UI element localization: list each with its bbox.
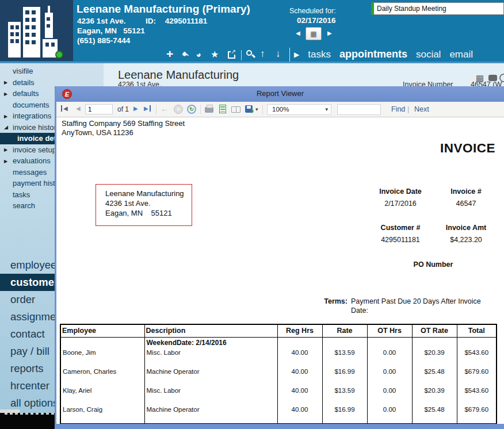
nav-appointments[interactable]: appointments [339, 48, 407, 60]
invoice-table-body: WeekendDate: 2/14/2016Boone, JimMisc. La… [60, 337, 497, 424]
header-description: Description [144, 324, 277, 337]
next-date-icon[interactable]: ▶ [327, 30, 332, 36]
move-down-icon[interactable]: ↓ [276, 48, 281, 60]
move-up-icon[interactable]: ↑ [260, 48, 265, 60]
sidebar-item-label: defaults [13, 89, 39, 98]
invoice-date-label: Invoice Date [367, 187, 434, 196]
cell-total: $679.60 [457, 367, 497, 386]
terms-line2: Date: [351, 307, 368, 315]
table-header-row: Employee Description Reg Hrs Rate OT Hrs… [60, 324, 497, 337]
sidebar-section-label: pay / bill [10, 345, 49, 358]
pointer-icon[interactable]: ☛ [180, 49, 191, 60]
report-viewer-titlebar[interactable]: E Report Viewer [56, 86, 504, 102]
header-ot-hrs: OT Hrs [367, 324, 412, 337]
customer-number-label: Customer # [367, 224, 434, 232]
popout-arrow-icon: ↗ [231, 48, 236, 55]
nav-tasks[interactable]: tasks [308, 49, 331, 60]
collapsed-arrow-icon[interactable]: ▶ [4, 91, 11, 96]
group-cell-empty [60, 337, 144, 348]
invoice-row: Boone, JimMisc. Labor40.00$13.590.00$20.… [60, 348, 497, 367]
favorite-star-icon[interactable]: ★ [211, 49, 219, 60]
po-number-label: PO Number [367, 261, 499, 269]
bill-to-line1: Leenane Manufacturing [105, 189, 192, 198]
cell-description: Machine Operator [144, 405, 277, 424]
collapsed-arrow-icon[interactable]: ▶ [4, 158, 11, 163]
popout-icon[interactable]: ↗ [228, 51, 235, 59]
stop-icon[interactable]: × [174, 105, 183, 114]
prev-date-icon[interactable]: ◀ [296, 30, 300, 36]
search-icon[interactable] [246, 50, 252, 56]
toolbar-divider [262, 105, 263, 114]
invoice-document: Staffing Company 569 Staffing Street Any… [56, 118, 504, 429]
invoice-number-value: 46547 [433, 200, 499, 208]
id-value: 4295011181 [165, 17, 208, 25]
terms-label: Terms: [320, 297, 348, 305]
sidebar-section-label: customer [10, 276, 58, 289]
print-layout-icon[interactable] [219, 105, 226, 113]
calendar-button[interactable]: ▦ [306, 27, 322, 40]
last-page-icon[interactable]: ▶ [144, 105, 151, 112]
sidebar-item-label: details [13, 78, 35, 87]
find-text-input[interactable] [337, 104, 381, 115]
scheduled-date: 02/17/2016 [297, 16, 336, 25]
customer-number-value: 4295011181 [367, 236, 434, 244]
add-icon[interactable]: + [166, 47, 173, 61]
invoice-amount-label: Invoice Amt [433, 224, 499, 232]
cell-employee: Klay, Ariel [60, 386, 144, 405]
company-title: Leenane Manufacturing (Primary) [77, 3, 250, 16]
application-window: Leenane Manufacturing (Primary) 4236 1st… [0, 0, 504, 429]
sidebar-item-label: integrations [13, 112, 51, 120]
zoom-value: 100% [272, 106, 289, 113]
cell-employee: Larson, Craig [60, 405, 144, 424]
find-next-separator: | [407, 105, 409, 113]
nav-email[interactable]: email [449, 49, 473, 60]
page-setup-icon[interactable] [231, 106, 240, 113]
back-icon[interactable]: ← [161, 104, 169, 113]
previous-page-icon[interactable]: ◀ [76, 105, 81, 112]
appointment-input[interactable]: Daily Standup Meeting [371, 2, 504, 15]
cell-ot-rate: $20.39 [412, 386, 457, 405]
cell-reg-hrs: 40.00 [277, 386, 322, 405]
sidebar-item-visifile[interactable]: visifile [0, 66, 104, 77]
play-icon[interactable]: ▶ [294, 51, 299, 59]
collapsed-arrow-icon[interactable]: ▶ [4, 113, 11, 118]
invoice-title: INVOICE [440, 141, 495, 156]
export-dropdown-icon[interactable]: ▾ [255, 106, 258, 112]
next-page-icon[interactable]: ▶ [133, 105, 138, 112]
find-next-button[interactable]: Next [414, 105, 429, 113]
cell-total: $543.60 [457, 386, 497, 405]
cell-rate: $13.59 [322, 386, 367, 405]
report-viewer-toolbar: ◀ ◀ 1 of 1 ▶ ▶ ← × ↻ ▼ ▾ 100% ▾ Find | [56, 102, 504, 117]
cell-reg-hrs: 40.00 [277, 367, 322, 386]
nav-divider [289, 48, 290, 62]
collapsed-arrow-icon[interactable]: ▶ [4, 147, 11, 152]
cell-reg-hrs: 40.00 [277, 405, 322, 424]
zoom-select[interactable]: 100% ▾ [267, 104, 331, 115]
sidebar-item-label: messages [13, 168, 47, 177]
id-label: ID: [146, 17, 156, 25]
group-cell-empty [322, 337, 367, 348]
header-nav: ▶ tasks appointments social email [294, 47, 473, 62]
report-viewer-title: Report Viewer [56, 89, 504, 98]
nav-social[interactable]: social [416, 49, 441, 60]
refresh-icon[interactable]: ↻ [187, 105, 196, 114]
cell-ot-rate: $25.48 [412, 367, 457, 386]
collapsed-arrow-icon[interactable]: ▶ [4, 80, 11, 85]
sidebar-section-label: hrcenter [10, 380, 49, 392]
terms-line1: Payment Past Due 20 Days After Invoice [351, 297, 481, 305]
find-button[interactable]: Find [391, 105, 405, 113]
sidebar-item-label: invoice history [13, 123, 60, 132]
cell-description: Machine Operator [144, 367, 277, 386]
taskbar-fragment [0, 413, 62, 429]
header-reg-hrs: Reg Hrs [277, 324, 322, 337]
invoice-row: Klay, ArielMisc. Labor40.00$13.590.00$20… [60, 386, 497, 405]
first-page-icon[interactable]: ◀ [61, 105, 68, 112]
expanded-arrow-icon[interactable]: ◢ [4, 124, 11, 130]
cell-ot-rate: $20.39 [412, 348, 457, 367]
print-icon[interactable] [205, 107, 213, 113]
sidebar-item-label: evaluations [13, 156, 51, 165]
invoice-line-items-table: Employee Description Reg Hrs Rate OT Hrs… [60, 324, 497, 424]
page-number-input[interactable]: 1 [85, 104, 113, 114]
sidebar-item-label: documents [13, 101, 49, 109]
refresh-pie-icon[interactable]: ◕ [194, 49, 203, 60]
